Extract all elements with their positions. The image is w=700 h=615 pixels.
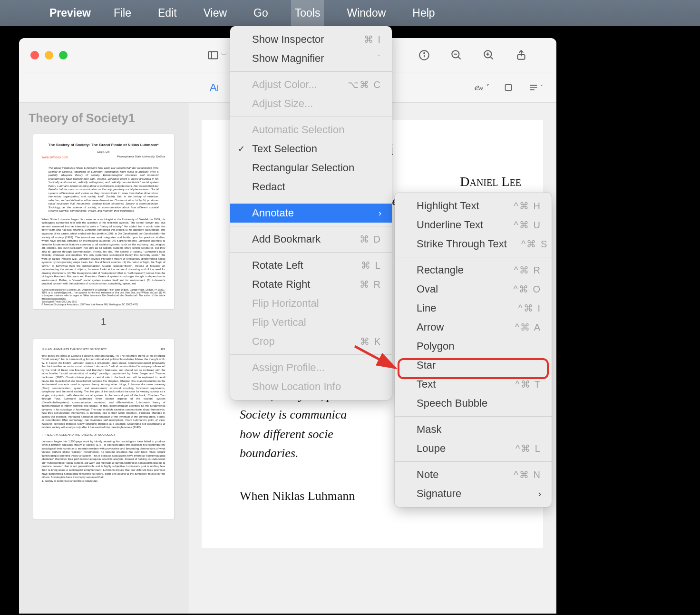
menu-text-annotation[interactable]: Text^⌘ T (395, 375, 552, 394)
description-button[interactable]: ˅ (528, 79, 543, 96)
thumb-author: Daniel Lee (42, 150, 165, 154)
menu-rectangle[interactable]: Rectangle^⌘ R (395, 261, 552, 280)
close-window-button[interactable] (30, 51, 39, 59)
thumbnail-page-2[interactable]: NIKLAS LUHMANN'S THE SOCIETY OF SOCIETY … (33, 339, 175, 519)
menu-polygon[interactable]: Polygon (395, 337, 552, 356)
thumb-abstract: This paper introduces Niklas Luhmann's f… (42, 166, 165, 213)
thumb-title: The Society of Society: The Grand Finale… (42, 143, 165, 147)
menu-flip-horizontal: Flip Horizontal (230, 294, 392, 313)
share-button[interactable] (511, 46, 532, 65)
thumb-affiliation: Pennsylvania State University, DuBois (117, 155, 165, 159)
menu-oval[interactable]: Oval^⌘ O (395, 280, 552, 299)
menu-text-selection[interactable]: Text Selection (230, 139, 392, 158)
menu-show-inspector[interactable]: Show Inspector⌘ I (230, 30, 392, 49)
svg-line-6 (458, 57, 460, 59)
menu-add-bookmark[interactable]: Add Bookmark⌘ D (230, 230, 392, 249)
sidebar-toggle-button[interactable]: ﹀ (206, 46, 227, 65)
menu-rotate-left[interactable]: Rotate Left⌘ L (230, 256, 392, 275)
sidebar-doc-title: Theory of Society1 (29, 111, 179, 125)
menu-file[interactable]: File (110, 0, 135, 26)
thumb2-body: time bears the mark of Edmund Husserl's … (42, 354, 165, 430)
menu-edit[interactable]: Edit (154, 0, 181, 26)
menu-crop: Crop⌘ K (230, 332, 392, 351)
menu-arrow[interactable]: Arrow^⌘ A (395, 318, 552, 337)
menu-star[interactable]: Star (395, 356, 552, 375)
svg-rect-0 (208, 51, 218, 59)
svg-point-4 (424, 52, 425, 53)
thumbnail-page-1[interactable]: The Society of Society: The Grand Finale… (33, 134, 175, 310)
zoom-out-button[interactable] (446, 46, 467, 65)
menu-annotate[interactable]: Annotate› (230, 204, 392, 223)
menu-rotate-right[interactable]: Rotate Right⌘ R (230, 275, 392, 294)
menu-adjust-color: Adjust Color...⌥⌘ C (230, 75, 392, 94)
annotate-submenu: Highlight Text^⌘ H Underline Text^⌘ U St… (395, 193, 552, 507)
info-button[interactable] (414, 46, 435, 65)
zoom-in-button[interactable] (478, 46, 499, 65)
minimize-window-button[interactable] (45, 51, 53, 59)
menu-automatic-selection: Automatic Selection (230, 120, 392, 139)
window-controls (30, 51, 68, 59)
thumb2-header: NIKLAS LUHMANN'S THE SOCIETY OF SOCIETY (42, 348, 107, 351)
shape-fill-button[interactable] (500, 79, 517, 96)
menu-adjust-size: Adjust Size... (230, 94, 392, 113)
menu-view[interactable]: View (200, 0, 231, 26)
app-name[interactable]: Preview (49, 7, 91, 20)
menu-loupe[interactable]: Loupe^⌘ L (395, 439, 552, 458)
tools-menu: Show Inspector⌘ I Show Magnifier` Adjust… (230, 26, 392, 400)
chevron-down-icon: ﹀ (221, 51, 227, 59)
menubar: Preview File Edit View Go Tools Window H… (0, 0, 700, 26)
menu-mask[interactable]: Mask (395, 420, 552, 439)
page-number-1: 1 (28, 316, 179, 327)
text-tool-button[interactable]: A| (205, 79, 223, 96)
thumbnails-sidebar: Theory of Society1 The Society of Societ… (19, 103, 188, 614)
menu-tools[interactable]: Tools (291, 0, 324, 26)
menu-flip-vertical: Flip Vertical (230, 313, 392, 332)
menu-line[interactable]: Line^⌘ I (395, 299, 552, 318)
menu-underline-text[interactable]: Underline Text^⌘ U (395, 215, 552, 234)
thumb2-section: I. THE DARK AGES AND THE FAILURE OF SOCI… (42, 433, 165, 437)
thumb-watermark: www.swifdoo.com (42, 155, 68, 163)
menu-speech-bubble[interactable]: Speech Bubble (395, 394, 552, 413)
thumb2-pagenum: 321 (160, 348, 165, 351)
chevron-right-icon: › (529, 489, 541, 499)
menu-strike-text[interactable]: Strike Through Text^⌘ S (395, 234, 552, 254)
menu-show-magnifier[interactable]: Show Magnifier` (230, 49, 392, 68)
menu-window[interactable]: Window (343, 0, 389, 26)
menu-go[interactable]: Go (250, 0, 272, 26)
menu-redact[interactable]: Redact (230, 177, 392, 196)
menu-rectangular-selection[interactable]: Rectangular Selection (230, 158, 392, 177)
fullscreen-window-button[interactable] (59, 51, 68, 59)
chevron-right-icon: › (369, 208, 381, 218)
thumb-footnote: *Direct correspondence to Daniel Lee, De… (42, 289, 165, 306)
thumb2-body2: Luhmann begins his 1,200-page work by bl… (42, 440, 165, 483)
signature-button[interactable]: ℯ𝓃 ˅ (474, 79, 488, 96)
menu-highlight-text[interactable]: Highlight Text^⌘ H (395, 196, 552, 215)
svg-rect-14 (506, 84, 512, 90)
menu-help[interactable]: Help (408, 0, 438, 26)
svg-line-9 (490, 57, 493, 59)
menu-signature[interactable]: Signature› (395, 484, 552, 503)
menu-note[interactable]: Note^⌘ N (395, 465, 552, 484)
menu-assign-profile: Assign Profile... (230, 358, 392, 377)
menu-show-location: Show Location Info (230, 377, 392, 396)
thumb-body: When Niklas Luhmann began his career as … (42, 218, 165, 286)
